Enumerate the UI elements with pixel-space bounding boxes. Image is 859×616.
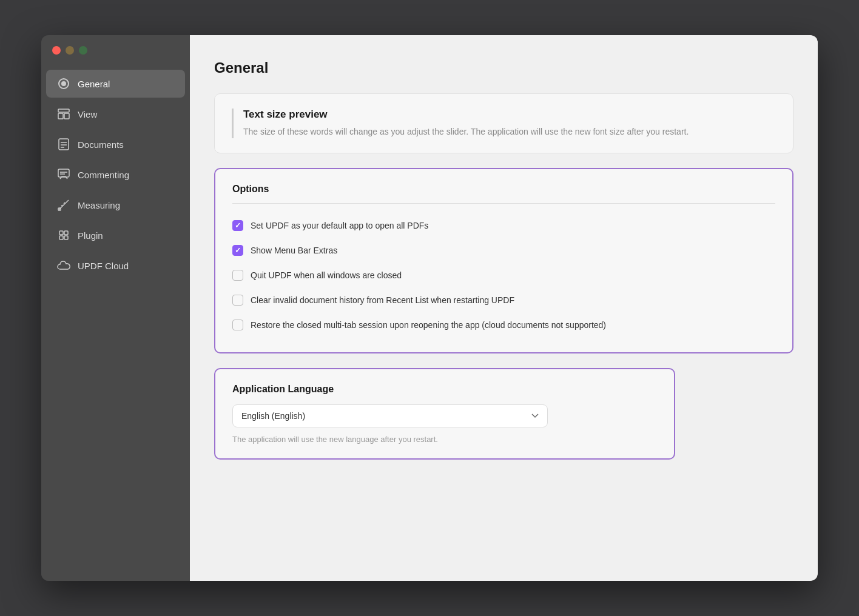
maximize-button[interactable]	[79, 46, 87, 55]
option-row-menu-bar: Show Menu Bar Extras	[232, 238, 775, 263]
svg-rect-3	[58, 113, 63, 119]
svg-rect-18	[64, 231, 68, 235]
language-card: Application Language English (English) F…	[214, 368, 675, 460]
svg-rect-5	[59, 139, 69, 150]
text-preview-title: Text size preview	[243, 109, 776, 121]
svg-rect-9	[58, 169, 69, 177]
traffic-lights	[52, 46, 87, 55]
option-label-quit-on-close: Quit UPDF when all windows are closed	[251, 269, 402, 282]
text-preview-card: Text size preview The size of these word…	[214, 93, 793, 153]
plugin-icon	[57, 229, 70, 242]
language-title: Application Language	[232, 384, 657, 395]
sidebar-item-plugin[interactable]: Plugin	[46, 221, 185, 249]
language-note: The application will use the new languag…	[232, 435, 657, 444]
option-row-restore-session: Restore the closed multi-tab session upo…	[232, 313, 775, 338]
svg-rect-2	[58, 109, 69, 112]
sidebar-item-general[interactable]: General	[46, 70, 185, 98]
svg-rect-4	[64, 113, 69, 119]
options-title: Options	[232, 184, 775, 204]
svg-point-0	[61, 81, 66, 86]
option-row-quit-on-close: Quit UPDF when all windows are closed	[232, 263, 775, 288]
commenting-icon	[57, 168, 70, 181]
main-content: General Text size preview The size of th…	[190, 35, 818, 581]
view-icon	[57, 107, 70, 121]
sidebar-item-documents[interactable]: Documents	[46, 130, 185, 158]
options-card: Options Set UPDF as your default app to …	[214, 168, 793, 353]
sidebar-item-commenting[interactable]: Commenting	[46, 161, 185, 189]
checkbox-quit-on-close[interactable]	[232, 270, 243, 281]
text-preview-text: The size of these words will change as y…	[243, 126, 776, 138]
checkbox-menu-bar[interactable]	[232, 245, 243, 256]
option-label-restore-session: Restore the closed multi-tab session upo…	[251, 319, 606, 332]
option-row-default-app: Set UPDF as your default app to open all…	[232, 213, 775, 238]
sidebar-item-updf-cloud[interactable]: UPDF Cloud	[46, 252, 185, 280]
checkbox-clear-history[interactable]	[232, 295, 243, 306]
sidebar-item-view[interactable]: View	[46, 100, 185, 128]
option-label-default-app: Set UPDF as your default app to open all…	[251, 219, 428, 232]
option-row-clear-history: Clear invalid document history from Rece…	[232, 288, 775, 313]
minimize-button[interactable]	[66, 46, 74, 55]
svg-rect-19	[59, 236, 63, 239]
page-title: General	[214, 59, 793, 76]
checkbox-restore-session[interactable]	[232, 320, 243, 330]
text-preview-border: Text size preview The size of these word…	[232, 109, 776, 138]
general-icon	[57, 77, 70, 90]
language-select[interactable]: English (English) French (Français) Germ…	[232, 404, 548, 427]
option-label-menu-bar: Show Menu Bar Extras	[251, 244, 337, 257]
svg-rect-17	[59, 231, 63, 235]
option-label-clear-history: Clear invalid document history from Rece…	[251, 294, 514, 307]
measuring-icon	[57, 198, 70, 212]
sidebar-item-measuring[interactable]: Measuring	[46, 191, 185, 219]
svg-rect-20	[64, 236, 68, 239]
app-window: General View Docu	[41, 35, 818, 581]
close-button[interactable]	[52, 46, 61, 55]
cloud-icon	[57, 259, 70, 272]
checkbox-default-app[interactable]	[232, 220, 243, 231]
documents-icon	[57, 138, 70, 151]
sidebar: General View Docu	[41, 35, 190, 581]
